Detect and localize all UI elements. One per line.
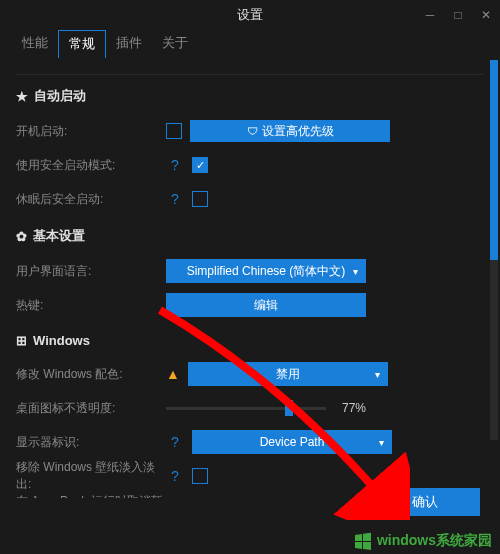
language-label: 用户界面语言: <box>16 263 166 280</box>
chevron-down-icon: ▾ <box>379 437 384 448</box>
gear-icon: ✿ <box>16 229 27 244</box>
row-hibernate: 休眠后安全启动: ? <box>16 183 484 215</box>
slider-thumb[interactable] <box>285 400 293 416</box>
row-opacity: 桌面图标不透明度: 77% <box>16 392 484 424</box>
boot-checkbox[interactable] <box>166 123 182 139</box>
settings-window: 设置 ─ □ ✕ 性能 常规 插件 关于 ★ 自动启动 开机启动: 🛡 设置高优… <box>0 0 500 554</box>
footer: 确认 <box>370 488 480 516</box>
boot-label: 开机启动: <box>16 123 166 140</box>
scrollbar[interactable] <box>490 60 498 440</box>
aero-label: 在 Aero Peek 运行时取消暂停: <box>16 493 166 498</box>
tabs: 性能 常规 插件 关于 <box>0 30 500 58</box>
priority-button[interactable]: 🛡 设置高优先级 <box>190 120 390 142</box>
opacity-value: 77% <box>334 401 366 415</box>
help-icon[interactable]: ? <box>166 156 184 174</box>
minimize-button[interactable]: ─ <box>416 0 444 30</box>
help-icon[interactable]: ? <box>166 433 184 451</box>
tab-plugins[interactable]: 插件 <box>106 30 152 58</box>
slider-track[interactable] <box>166 407 326 410</box>
content-area: ★ 自动启动 开机启动: 🛡 设置高优先级 使用安全启动模式: ? 休眠后安全启… <box>0 58 500 498</box>
divider <box>16 74 484 75</box>
row-monitor-id: 显示器标识: ? Device Path ▾ <box>16 426 484 458</box>
confirm-button[interactable]: 确认 <box>370 488 480 516</box>
monitor-label: 显示器标识: <box>16 434 166 451</box>
watermark: windows系统家园 <box>353 532 492 550</box>
chevron-down-icon: ▾ <box>375 369 380 380</box>
shield-icon: 🛡 <box>247 125 258 137</box>
star-icon: ★ <box>16 89 28 104</box>
tab-general[interactable]: 常规 <box>58 30 106 58</box>
maximize-button[interactable]: □ <box>444 0 472 30</box>
scrollbar-thumb[interactable] <box>490 60 498 260</box>
safemode-label: 使用安全启动模式: <box>16 157 166 174</box>
fade-label: 移除 Windows 壁纸淡入淡出: <box>16 459 166 493</box>
close-button[interactable]: ✕ <box>472 0 500 30</box>
section-windows: ⊞ Windows <box>16 333 484 348</box>
tab-performance[interactable]: 性能 <box>12 30 58 58</box>
help-icon[interactable]: ? <box>166 467 184 485</box>
section-autostart-title: 自动启动 <box>34 87 86 105</box>
section-windows-title: Windows <box>33 333 90 348</box>
row-safemode: 使用安全启动模式: ? <box>16 149 484 181</box>
warning-icon: ▲ <box>166 366 180 382</box>
row-language: 用户界面语言: Simplified Chinese (简体中文) ▾ <box>16 255 484 287</box>
hibernate-label: 休眠后安全启动: <box>16 191 166 208</box>
opacity-slider[interactable]: 77% <box>166 401 366 415</box>
fade-checkbox[interactable] <box>192 468 208 484</box>
hibernate-checkbox[interactable] <box>192 191 208 207</box>
opacity-label: 桌面图标不透明度: <box>16 400 166 417</box>
window-title: 设置 <box>237 6 263 24</box>
help-icon[interactable]: ? <box>166 190 184 208</box>
windows-logo-icon <box>353 532 373 550</box>
win-color-value: 禁用 <box>276 366 300 383</box>
row-boot-start: 开机启动: 🛡 设置高优先级 <box>16 115 484 147</box>
win-color-label: 修改 Windows 配色: <box>16 366 166 383</box>
section-autostart: ★ 自动启动 <box>16 87 484 105</box>
monitor-value: Device Path <box>260 435 325 449</box>
row-hotkey: 热键: 编辑 <box>16 289 484 321</box>
edit-hotkey-button[interactable]: 编辑 <box>166 293 366 317</box>
hotkey-label: 热键: <box>16 297 166 314</box>
tab-about[interactable]: 关于 <box>152 30 198 58</box>
chevron-down-icon: ▾ <box>353 266 358 277</box>
section-basic-title: 基本设置 <box>33 227 85 245</box>
language-dropdown[interactable]: Simplified Chinese (简体中文) ▾ <box>166 259 366 283</box>
watermark-text: windows系统家园 <box>377 532 492 550</box>
titlebar-controls: ─ □ ✕ <box>416 0 500 30</box>
priority-label: 设置高优先级 <box>262 123 334 140</box>
section-basic: ✿ 基本设置 <box>16 227 484 245</box>
row-win-color: 修改 Windows 配色: ▲ 禁用 ▾ <box>16 358 484 390</box>
windows-icon: ⊞ <box>16 333 27 348</box>
monitor-dropdown[interactable]: Device Path ▾ <box>192 430 392 454</box>
titlebar: 设置 ─ □ ✕ <box>0 0 500 30</box>
language-value: Simplified Chinese (简体中文) <box>187 263 346 280</box>
win-color-dropdown[interactable]: 禁用 ▾ <box>188 362 388 386</box>
safemode-checkbox[interactable] <box>192 157 208 173</box>
